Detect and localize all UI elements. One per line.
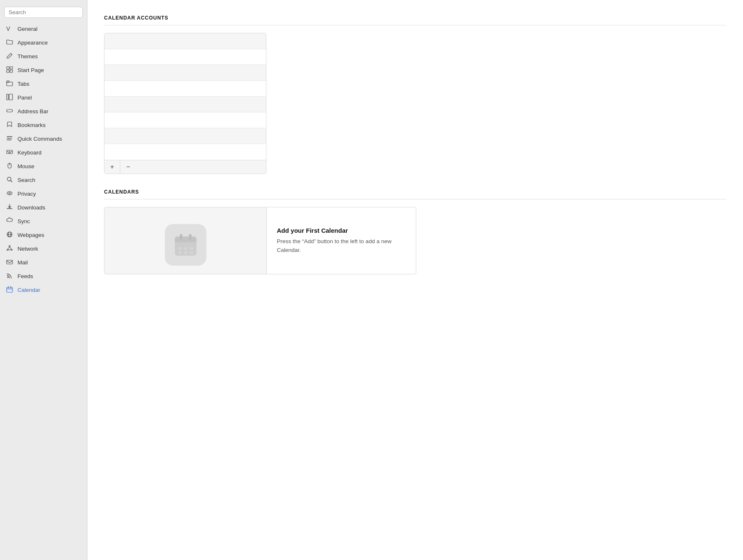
calendars-box: Add your First Calendar Press the “Add” … xyxy=(104,207,416,274)
table-row[interactable] xyxy=(104,97,266,112)
sidebar-label-address-bar: Address Bar xyxy=(17,108,48,114)
table-row[interactable] xyxy=(104,112,266,128)
search-input[interactable] xyxy=(4,7,83,18)
sidebar-item-search[interactable]: Search xyxy=(0,173,87,187)
sidebar-item-bookmarks[interactable]: Bookmarks xyxy=(0,118,87,132)
svg-point-20 xyxy=(9,192,10,194)
sidebar-item-panel[interactable]: Panel xyxy=(0,91,87,105)
webpages-icon xyxy=(6,231,13,239)
privacy-icon xyxy=(6,190,13,198)
sidebar-label-start-page: Start Page xyxy=(17,67,44,73)
svg-rect-32 xyxy=(7,287,12,292)
search-container xyxy=(0,4,87,22)
sidebar-label-privacy: Privacy xyxy=(17,191,36,197)
address-bar-icon xyxy=(6,107,13,115)
search-icon xyxy=(6,176,13,184)
sidebar-item-privacy[interactable]: Privacy xyxy=(0,187,87,201)
add-first-calendar-desc: Press the “Add” button to the left to ad… xyxy=(277,237,406,254)
tabs-icon xyxy=(6,80,13,88)
table-row[interactable] xyxy=(104,33,266,49)
sidebar-item-mouse[interactable]: Mouse xyxy=(0,159,87,173)
sidebar-label-sync: Sync xyxy=(17,218,30,224)
svg-rect-40 xyxy=(189,234,191,240)
sidebar-item-downloads[interactable]: Downloads xyxy=(0,201,87,214)
svg-rect-30 xyxy=(7,260,12,264)
sidebar-item-sync[interactable]: Sync xyxy=(0,214,87,228)
calendars-left-panel xyxy=(104,207,267,274)
sidebar-label-feeds: Feeds xyxy=(17,273,33,279)
appearance-icon xyxy=(6,39,13,47)
sidebar-label-general: General xyxy=(17,26,37,32)
table-row[interactable] xyxy=(104,49,266,65)
accounts-table: + − xyxy=(104,33,266,174)
table-row[interactable] xyxy=(104,144,266,160)
svg-rect-7 xyxy=(7,94,8,100)
svg-point-25 xyxy=(7,249,8,251)
sidebar-item-feeds[interactable]: Feeds xyxy=(0,269,87,283)
themes-icon xyxy=(6,52,13,60)
svg-rect-43 xyxy=(190,247,193,250)
sidebar-items: V General Appearance Themes Start Page T… xyxy=(0,22,87,297)
svg-rect-14 xyxy=(8,152,11,153)
sidebar-item-mail[interactable]: Mail xyxy=(0,256,87,269)
feeds-icon xyxy=(6,272,13,280)
table-row[interactable] xyxy=(104,128,266,144)
bookmarks-icon xyxy=(6,121,13,129)
quick-commands-icon xyxy=(6,135,13,143)
mouse-icon xyxy=(6,162,13,170)
svg-rect-12 xyxy=(9,151,10,152)
main-content: CALENDAR ACCOUNTS + − CALENDARS xyxy=(87,0,743,560)
sidebar-item-appearance[interactable]: Appearance xyxy=(0,36,87,50)
svg-rect-3 xyxy=(7,70,9,72)
downloads-icon xyxy=(6,204,13,212)
sidebar-item-keyboard[interactable]: Keyboard xyxy=(0,146,87,159)
general-icon: V xyxy=(6,25,13,33)
panel-icon xyxy=(6,94,13,102)
svg-rect-8 xyxy=(9,94,12,100)
calendars-section: CALENDARS xyxy=(104,189,726,274)
sidebar-label-search: Search xyxy=(17,177,35,183)
remove-account-button[interactable]: − xyxy=(120,160,136,174)
sidebar-item-quick-commands[interactable]: Quick Commands xyxy=(0,132,87,146)
svg-rect-39 xyxy=(180,234,182,240)
svg-rect-41 xyxy=(178,247,181,250)
svg-point-19 xyxy=(7,192,12,195)
sidebar-label-appearance: Appearance xyxy=(17,40,48,46)
calendar-placeholder-icon xyxy=(165,224,206,266)
svg-line-28 xyxy=(10,247,12,249)
section-divider-accounts xyxy=(104,25,726,25)
svg-rect-9 xyxy=(7,110,12,112)
start-page-icon xyxy=(6,66,13,74)
sidebar-item-webpages[interactable]: Webpages xyxy=(0,228,87,242)
sidebar-item-tabs[interactable]: Tabs xyxy=(0,77,87,91)
svg-rect-1 xyxy=(7,67,9,69)
svg-point-26 xyxy=(11,249,12,251)
table-row[interactable] xyxy=(104,81,266,97)
add-account-button[interactable]: + xyxy=(104,160,120,174)
sidebar-item-themes[interactable]: Themes xyxy=(0,50,87,63)
calendars-title: CALENDARS xyxy=(104,189,726,195)
mail-icon xyxy=(6,259,13,266)
sidebar-label-tabs: Tabs xyxy=(17,81,30,87)
table-footer: + − xyxy=(104,160,266,174)
network-icon xyxy=(6,245,13,253)
keyboard-icon xyxy=(6,149,13,157)
section-divider-calendars xyxy=(104,199,726,199)
sidebar-item-network[interactable]: Network xyxy=(0,242,87,256)
sidebar-item-general[interactable]: V General xyxy=(0,22,87,36)
svg-rect-38 xyxy=(175,240,196,242)
table-row[interactable] xyxy=(104,65,266,81)
sidebar-item-calendar[interactable]: Calendar xyxy=(0,283,87,297)
svg-text:V: V xyxy=(6,25,10,32)
sidebar-item-start-page[interactable]: Start Page xyxy=(0,63,87,77)
svg-rect-13 xyxy=(11,151,12,152)
svg-point-31 xyxy=(7,277,9,278)
sidebar-label-webpages: Webpages xyxy=(17,232,44,238)
svg-rect-2 xyxy=(10,67,12,69)
calendar-icon xyxy=(6,286,13,294)
calendar-accounts-section: CALENDAR ACCOUNTS + − xyxy=(104,15,726,174)
table-body xyxy=(104,33,266,160)
svg-point-24 xyxy=(9,246,10,247)
svg-line-27 xyxy=(8,247,10,249)
sidebar-item-address-bar[interactable]: Address Bar xyxy=(0,105,87,118)
